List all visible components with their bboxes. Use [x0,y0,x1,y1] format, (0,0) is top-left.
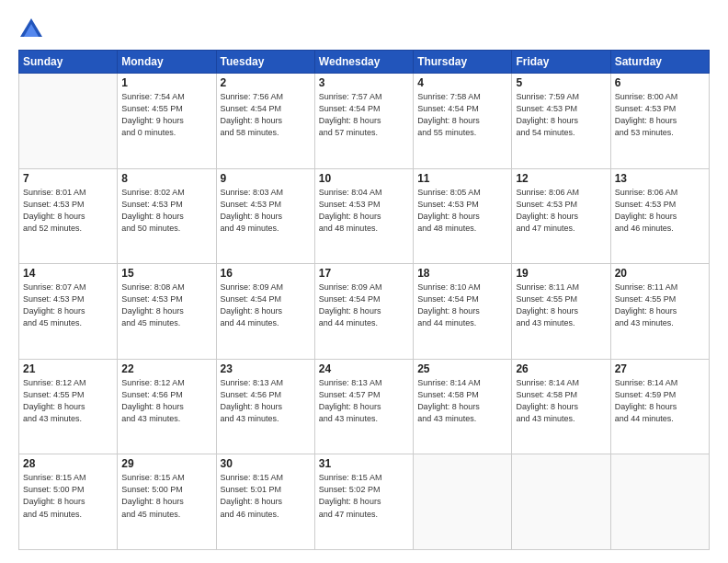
day-info: Sunrise: 8:15 AM Sunset: 5:00 PM Dayligh… [23,472,113,520]
day-info: Sunrise: 8:14 AM Sunset: 4:59 PM Dayligh… [615,377,705,425]
logo [18,17,48,42]
calendar-cell: 18Sunrise: 8:10 AM Sunset: 4:54 PM Dayli… [414,264,512,360]
calendar-header-row: SundayMondayTuesdayWednesdayThursdayFrid… [19,51,710,74]
calendar-cell [414,454,512,550]
day-number: 1 [121,76,211,89]
calendar-cell: 11Sunrise: 8:05 AM Sunset: 4:53 PM Dayli… [414,168,512,264]
day-number: 15 [121,267,211,280]
day-number: 25 [417,362,507,375]
day-info: Sunrise: 8:07 AM Sunset: 4:53 PM Dayligh… [23,282,113,329]
day-number: 29 [121,457,211,470]
day-number: 28 [23,457,113,470]
calendar-header-friday: Friday [512,51,610,74]
calendar-cell: 20Sunrise: 8:11 AM Sunset: 4:55 PM Dayli… [610,264,709,360]
calendar-cell: 19Sunrise: 8:11 AM Sunset: 4:55 PM Dayli… [512,264,610,360]
calendar-header-sunday: Sunday [19,51,118,74]
calendar-header-wednesday: Wednesday [314,51,413,74]
day-number: 30 [221,457,311,470]
calendar-cell: 3Sunrise: 7:57 AM Sunset: 4:54 PM Daylig… [314,74,413,169]
calendar-cell: 23Sunrise: 8:13 AM Sunset: 4:56 PM Dayli… [216,359,314,454]
day-number: 5 [516,76,606,89]
day-info: Sunrise: 8:00 AM Sunset: 4:53 PM Dayligh… [615,91,705,139]
day-info: Sunrise: 8:12 AM Sunset: 4:55 PM Dayligh… [23,377,113,425]
day-number: 16 [221,267,311,280]
day-number: 21 [23,362,113,375]
calendar-cell: 27Sunrise: 8:14 AM Sunset: 4:59 PM Dayli… [610,359,709,454]
day-number: 3 [319,76,409,89]
day-info: Sunrise: 7:56 AM Sunset: 4:54 PM Dayligh… [221,91,311,139]
day-info: Sunrise: 8:04 AM Sunset: 4:53 PM Dayligh… [319,187,409,235]
day-info: Sunrise: 7:59 AM Sunset: 4:53 PM Dayligh… [516,91,606,139]
calendar-cell: 22Sunrise: 8:12 AM Sunset: 4:56 PM Dayli… [118,359,216,454]
day-number: 13 [615,172,705,185]
day-number: 11 [417,172,507,185]
calendar-cell: 6Sunrise: 8:00 AM Sunset: 4:53 PM Daylig… [610,74,709,169]
day-number: 27 [615,362,705,375]
calendar-cell [610,454,709,550]
calendar-cell: 7Sunrise: 8:01 AM Sunset: 4:53 PM Daylig… [19,168,118,264]
calendar-cell: 8Sunrise: 8:02 AM Sunset: 4:53 PM Daylig… [118,168,216,264]
calendar-cell: 12Sunrise: 8:06 AM Sunset: 4:53 PM Dayli… [512,168,610,264]
calendar-cell: 15Sunrise: 8:08 AM Sunset: 4:53 PM Dayli… [118,264,216,360]
day-info: Sunrise: 8:11 AM Sunset: 4:55 PM Dayligh… [615,282,705,329]
calendar-cell: 17Sunrise: 8:09 AM Sunset: 4:54 PM Dayli… [314,264,413,360]
day-info: Sunrise: 8:13 AM Sunset: 4:57 PM Dayligh… [319,377,409,425]
day-info: Sunrise: 8:06 AM Sunset: 4:53 PM Dayligh… [516,187,606,235]
calendar-cell [19,74,118,169]
calendar-week-1: 1Sunrise: 7:54 AM Sunset: 4:55 PM Daylig… [19,74,710,169]
day-info: Sunrise: 8:15 AM Sunset: 5:02 PM Dayligh… [319,472,409,520]
calendar-cell: 28Sunrise: 8:15 AM Sunset: 5:00 PM Dayli… [19,454,118,550]
day-info: Sunrise: 8:08 AM Sunset: 4:53 PM Dayligh… [121,282,211,329]
calendar-cell: 26Sunrise: 8:14 AM Sunset: 4:58 PM Dayli… [512,359,610,454]
calendar-week-3: 14Sunrise: 8:07 AM Sunset: 4:53 PM Dayli… [19,264,710,360]
calendar-cell: 10Sunrise: 8:04 AM Sunset: 4:53 PM Dayli… [314,168,413,264]
day-number: 17 [319,267,409,280]
page: SundayMondayTuesdayWednesdayThursdayFrid… [0,0,728,563]
calendar-cell: 24Sunrise: 8:13 AM Sunset: 4:57 PM Dayli… [314,359,413,454]
day-number: 2 [221,76,311,89]
day-number: 9 [221,172,311,185]
day-number: 22 [121,362,211,375]
day-info: Sunrise: 8:12 AM Sunset: 4:56 PM Dayligh… [121,377,211,425]
calendar-cell: 13Sunrise: 8:06 AM Sunset: 4:53 PM Dayli… [610,168,709,264]
day-info: Sunrise: 8:14 AM Sunset: 4:58 PM Dayligh… [516,377,606,425]
calendar: SundayMondayTuesdayWednesdayThursdayFrid… [18,50,710,550]
day-number: 18 [417,267,507,280]
day-info: Sunrise: 8:14 AM Sunset: 4:58 PM Dayligh… [417,377,507,425]
day-number: 6 [615,76,705,89]
day-info: Sunrise: 8:15 AM Sunset: 5:01 PM Dayligh… [221,472,311,520]
day-number: 8 [121,172,211,185]
day-number: 26 [516,362,606,375]
day-info: Sunrise: 8:09 AM Sunset: 4:54 PM Dayligh… [221,282,311,329]
day-info: Sunrise: 8:01 AM Sunset: 4:53 PM Dayligh… [23,187,113,235]
day-number: 12 [516,172,606,185]
calendar-week-5: 28Sunrise: 8:15 AM Sunset: 5:00 PM Dayli… [19,454,710,550]
day-info: Sunrise: 7:57 AM Sunset: 4:54 PM Dayligh… [319,91,409,139]
calendar-cell [512,454,610,550]
day-info: Sunrise: 8:06 AM Sunset: 4:53 PM Dayligh… [615,187,705,235]
calendar-week-4: 21Sunrise: 8:12 AM Sunset: 4:55 PM Dayli… [19,359,710,454]
day-info: Sunrise: 8:13 AM Sunset: 4:56 PM Dayligh… [221,377,311,425]
day-info: Sunrise: 8:03 AM Sunset: 4:53 PM Dayligh… [221,187,311,235]
calendar-cell: 21Sunrise: 8:12 AM Sunset: 4:55 PM Dayli… [19,359,118,454]
day-info: Sunrise: 7:58 AM Sunset: 4:54 PM Dayligh… [417,91,507,139]
calendar-cell: 25Sunrise: 8:14 AM Sunset: 4:58 PM Dayli… [414,359,512,454]
calendar-cell: 5Sunrise: 7:59 AM Sunset: 4:53 PM Daylig… [512,74,610,169]
calendar-cell: 30Sunrise: 8:15 AM Sunset: 5:01 PM Dayli… [216,454,314,550]
calendar-header-monday: Monday [118,51,216,74]
calendar-cell: 14Sunrise: 8:07 AM Sunset: 4:53 PM Dayli… [19,264,118,360]
day-number: 31 [319,457,409,470]
day-number: 23 [221,362,311,375]
calendar-cell: 9Sunrise: 8:03 AM Sunset: 4:53 PM Daylig… [216,168,314,264]
day-info: Sunrise: 8:15 AM Sunset: 5:00 PM Dayligh… [121,472,211,520]
calendar-week-2: 7Sunrise: 8:01 AM Sunset: 4:53 PM Daylig… [19,168,710,264]
day-info: Sunrise: 8:02 AM Sunset: 4:53 PM Dayligh… [121,187,211,235]
header [18,17,710,42]
calendar-cell: 4Sunrise: 7:58 AM Sunset: 4:54 PM Daylig… [414,74,512,169]
day-number: 24 [319,362,409,375]
calendar-header-thursday: Thursday [414,51,512,74]
day-info: Sunrise: 8:10 AM Sunset: 4:54 PM Dayligh… [417,282,507,329]
calendar-cell: 31Sunrise: 8:15 AM Sunset: 5:02 PM Dayli… [314,454,413,550]
calendar-header-tuesday: Tuesday [216,51,314,74]
day-info: Sunrise: 7:54 AM Sunset: 4:55 PM Dayligh… [121,91,211,139]
